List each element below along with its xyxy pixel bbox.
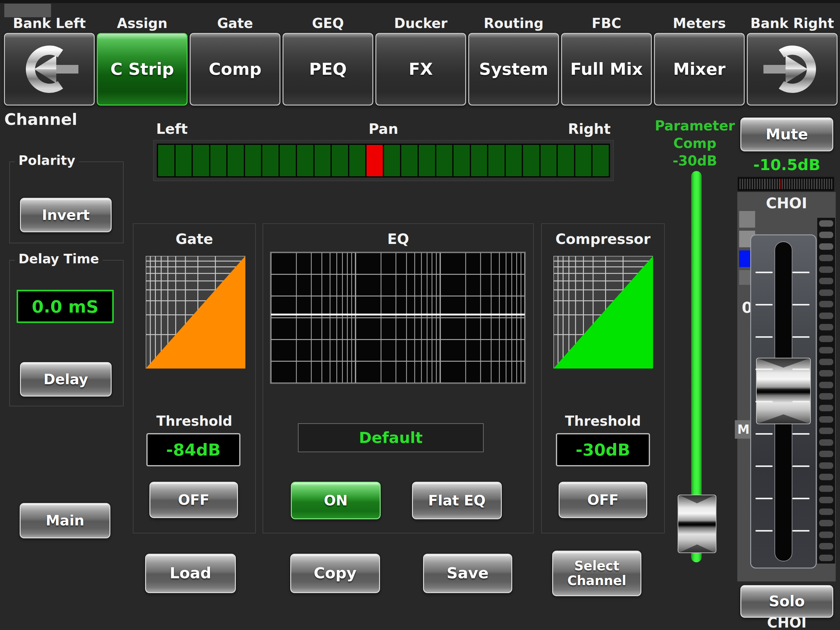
delay-group: Delay Time 0.0 mS Delay: [9, 260, 123, 406]
compressor-threshold-display[interactable]: -30dB: [556, 433, 650, 466]
copy-button[interactable]: Copy: [290, 554, 380, 593]
eq-preset-display[interactable]: Default: [298, 423, 484, 452]
fader-knob[interactable]: [756, 358, 811, 424]
fader-scale-tick: [793, 433, 810, 435]
parameter-label-line2: Comp: [652, 135, 738, 152]
led-ladder: [817, 218, 835, 564]
bank-right-button[interactable]: [747, 33, 838, 106]
eq-title: EQ: [263, 231, 533, 247]
pan-segment: [419, 145, 435, 176]
pan-segment: [175, 145, 192, 176]
led-segment: [819, 486, 833, 492]
scale-tick: [764, 179, 765, 189]
scale-tick: [824, 179, 825, 189]
tab-comp[interactable]: Comp: [190, 33, 280, 106]
mute-button[interactable]: Mute: [741, 117, 833, 151]
delay-button[interactable]: Delay: [20, 362, 112, 397]
led-segment: [819, 359, 833, 365]
eq-graph: [270, 252, 526, 384]
tab-c-strip[interactable]: C Strip: [97, 33, 188, 106]
fader-scale-tick: [755, 369, 773, 370]
scale-tick: [744, 179, 745, 189]
scale-tick: [782, 179, 783, 189]
scale-tick: [826, 179, 827, 189]
compressor-graph: [553, 256, 653, 369]
fader-scale-tick: [755, 433, 773, 435]
tab-full-mix[interactable]: Full Mix: [561, 33, 652, 106]
led-segment: [819, 497, 833, 503]
select-channel-button[interactable]: Select Channel: [552, 551, 641, 596]
scale-tick: [813, 179, 815, 189]
led-segment: [819, 278, 833, 284]
pan-segment: [245, 145, 261, 176]
level-marker-tick: [779, 179, 780, 189]
compressor-title: Compressor: [542, 231, 664, 247]
pan-segment: [314, 145, 331, 176]
compressor-state-button[interactable]: OFF: [559, 482, 647, 518]
parameter-label: Parameter Comp -30dB: [652, 117, 738, 170]
led-segment: [819, 555, 833, 561]
scale-tick: [767, 179, 768, 189]
eq-section: EQ Default ON Flat EQ: [262, 223, 534, 533]
scale-tick: [806, 179, 807, 189]
led-segment: [819, 290, 833, 296]
pan-segment: [384, 145, 400, 176]
scale-tick: [829, 179, 830, 189]
compressor-section: Compressor Threshold -30dB OFF: [541, 223, 665, 533]
scale-tick: [772, 179, 773, 189]
save-button[interactable]: Save: [423, 554, 512, 593]
scale-tick: [811, 179, 812, 189]
led-segment: [819, 347, 833, 353]
led-segment: [819, 439, 833, 446]
nav-label-meters: Meters: [654, 15, 745, 31]
scale-tick: [816, 179, 817, 189]
fader-scale-tick: [755, 336, 773, 338]
fader-scale-tick: [793, 336, 810, 338]
pan-segment: [558, 145, 574, 176]
parameter-slider-knob[interactable]: [677, 495, 717, 553]
invert-button[interactable]: Invert: [20, 198, 112, 232]
fader-scale-tick: [755, 530, 773, 532]
pan-segment: [453, 145, 470, 176]
pan-segment: [210, 145, 227, 176]
bank-left-button[interactable]: [4, 33, 95, 106]
nav-cell-bank-right: Bank Right: [747, 0, 838, 108]
pan-label: Pan: [153, 120, 614, 137]
tab-mixer[interactable]: Mixer: [654, 33, 745, 106]
pan-right-label: Right: [568, 120, 611, 137]
eq-on-button[interactable]: ON: [291, 482, 381, 519]
fader-scale-tick: [755, 304, 773, 306]
fader-scale-tick: [755, 465, 773, 467]
delay-group-label: Delay Time: [15, 251, 103, 266]
tab-fx[interactable]: FX: [376, 33, 466, 106]
led-segment: [819, 313, 833, 319]
led-segment: [819, 255, 833, 261]
nav-label-routing: Routing: [468, 15, 559, 31]
pan-segment: [540, 145, 557, 176]
nav-cell-routing: Routing System: [468, 0, 559, 108]
led-segment: [819, 370, 833, 377]
gate-threshold-display[interactable]: -84dB: [146, 433, 240, 466]
nav-label-assign: Assign: [97, 15, 188, 31]
pan-segment: [523, 145, 539, 176]
led-segment: [819, 543, 833, 549]
tab-system[interactable]: System: [468, 33, 559, 106]
flat-eq-button[interactable]: Flat EQ: [412, 482, 502, 519]
delay-time-display[interactable]: 0.0 mS: [17, 290, 114, 323]
main-button[interactable]: Main: [20, 503, 111, 538]
nav-label-geq: GEQ: [283, 15, 373, 31]
nav-cell-ducker: Ducker FX: [376, 0, 466, 108]
scale-tick: [808, 179, 810, 189]
nav-cell-geq: GEQ PEQ: [283, 0, 373, 108]
gate-state-button[interactable]: OFF: [149, 482, 238, 518]
pan-segment: [575, 145, 592, 176]
led-segment: [819, 266, 833, 273]
tab-peq[interactable]: PEQ: [283, 33, 373, 106]
channel-fader-panel: CHOI 0 M: [737, 192, 836, 581]
channel-name-bottom: CHOI: [741, 616, 833, 629]
solo-button[interactable]: Solo: [741, 585, 833, 618]
load-button[interactable]: Load: [145, 554, 236, 593]
pan-segment: [401, 145, 418, 176]
led-segment: [819, 462, 833, 469]
level-readout: -10.5dB: [741, 156, 833, 174]
